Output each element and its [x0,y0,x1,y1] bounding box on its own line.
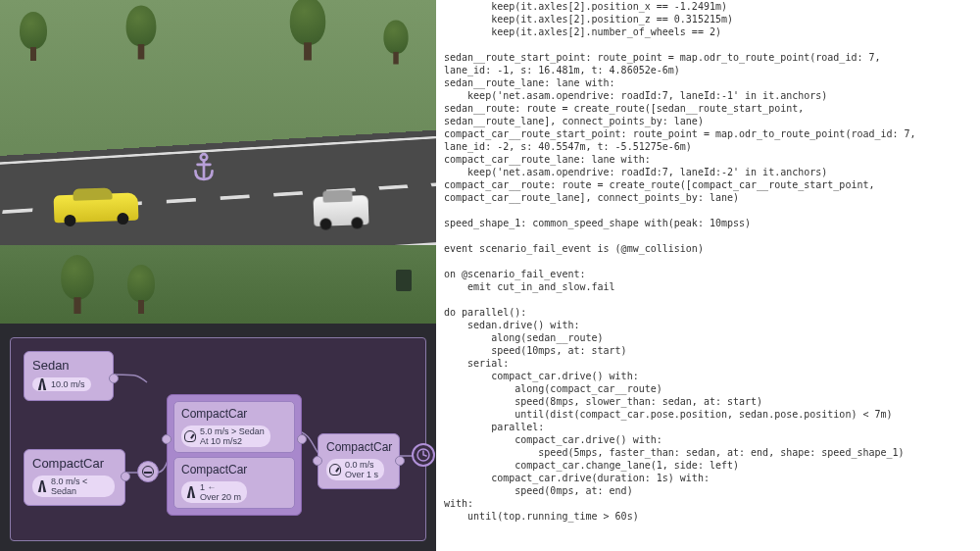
node-input-port[interactable] [162,434,172,444]
node-output-port[interactable] [395,456,405,466]
vehicle-sedan[interactable] [54,193,139,224]
node-output-port[interactable] [297,434,307,444]
anchor-marker-icon[interactable] [191,152,217,181]
graph-node-compactcar-lane[interactable]: CompactCar 1 ←Over 20 m [173,457,295,509]
tree-icon [290,0,325,61]
tree-icon [127,265,155,314]
tree-icon [126,6,157,60]
graph-node-compactcar-speed[interactable]: CompactCar 5.0 m/s > SedanAt 10 m/s2 [173,401,295,453]
steering-icon [142,466,154,477]
node-output-port[interactable] [121,472,130,481]
speed-chip: 5.0 m/s > SedanAt 10 m/s2 [181,426,270,447]
scenario-graph-panel[interactable]: Sedan 10.0 m/s CompactCar 8.0 m/s < Seda… [0,324,436,551]
node-output-port[interactable] [109,374,119,383]
code-text: keep(it.axles[2].position_x == -1.2491m)… [444,0,972,523]
speed-chip: 10.0 m/s [32,377,91,391]
graph-node-parallel-group[interactable]: CompactCar 5.0 m/s > SedanAt 10 m/s2 Com… [167,394,302,516]
tree-icon [61,255,94,314]
tree-icon [383,21,408,65]
clock-icon [416,448,430,462]
graph-node-compactcar-start[interactable]: CompactCar 8.0 m/s < Sedan [24,449,125,506]
node-input-port[interactable] [313,456,322,466]
simulation-viewport[interactable] [0,0,436,324]
graph-node-clock[interactable] [412,443,435,467]
graph-node-compactcar-stop[interactable]: CompactCar 0.0 m/sOver 1 s [318,433,400,489]
speed-chip: 0.0 m/sOver 1 s [326,459,384,480]
graph-node-vehicle-icon[interactable] [137,461,159,482]
terrain-grass [0,0,436,147]
node-title: Sedan [32,358,105,373]
graph-node-sedan[interactable]: Sedan 10.0 m/s [24,351,114,401]
node-title: CompactCar [32,456,117,471]
speed-chip: 8.0 m/s < Sedan [32,476,115,497]
vehicle-compact-car[interactable] [313,195,368,226]
code-editor[interactable]: keep(it.axles[2].position_x == -1.2491m)… [436,0,980,551]
lane-chip: 1 ←Over 20 m [181,481,247,503]
tree-icon [20,12,47,61]
trash-bin-prop [396,270,412,291]
